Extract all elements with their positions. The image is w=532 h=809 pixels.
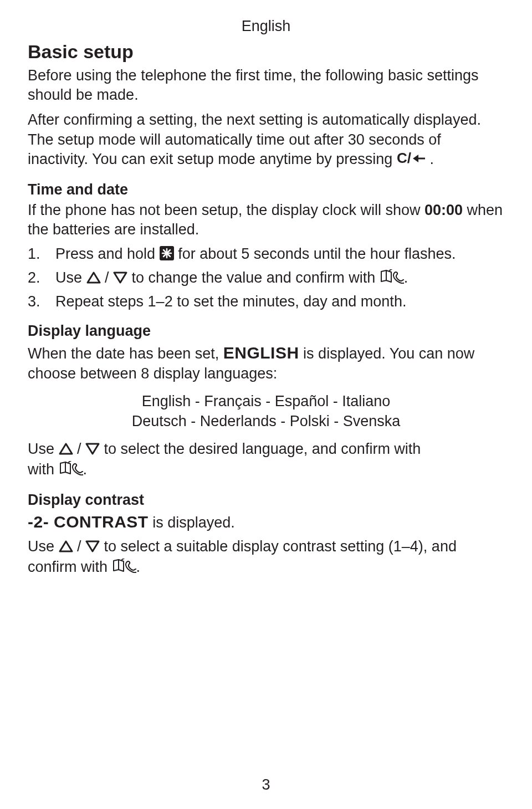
step-number: 1. xyxy=(28,244,50,264)
language-instruction: Use / to select the desired language, an… xyxy=(28,439,504,480)
lang-body-bold: ENGLISH xyxy=(223,344,299,362)
step-2: 2. Use / to change the value and confirm… xyxy=(55,268,504,289)
languages-line-1: English - Français - Español - Italiano xyxy=(28,391,504,411)
cancel-back-icon: C/ xyxy=(397,151,426,170)
section-heading-time: Time and date xyxy=(28,180,504,199)
intro-paragraph-1: Before using the telephone the first tim… xyxy=(28,66,504,105)
svg-text:C/: C/ xyxy=(397,152,411,165)
language-body: When the date has been set, ENGLISH is d… xyxy=(28,342,504,383)
time-body: If the phone has not been setup, the dis… xyxy=(28,201,504,239)
lang-instr-with: with xyxy=(28,461,59,478)
time-body-time: 00:00 xyxy=(424,202,463,218)
up-arrow-icon xyxy=(59,538,73,557)
svg-marker-14 xyxy=(60,541,72,551)
time-body-a: If the phone has not been setup, the dis… xyxy=(28,202,424,218)
lang-instr-a: Use xyxy=(28,441,59,457)
section-heading-language: Display language xyxy=(28,321,504,341)
down-arrow-icon xyxy=(85,441,100,460)
up-arrow-icon xyxy=(59,441,73,460)
step2-text-a: Use xyxy=(55,269,86,286)
up-arrow-icon xyxy=(86,269,101,289)
step2-slash: / xyxy=(101,269,114,286)
lang-instr-c: . xyxy=(83,461,88,478)
step1-text-b: for about 5 seconds until the hour flash… xyxy=(174,245,456,262)
contrast-body: -2- CONTRAST is displayed. xyxy=(28,511,504,532)
step-3: 3. Repeat steps 1–2 to set the minutes, … xyxy=(55,291,504,311)
intro-text-b: . xyxy=(426,151,434,167)
contrast-instr-a: Use xyxy=(28,538,59,555)
page-number: 3 xyxy=(0,775,532,795)
intro-paragraph-2: After confirming a setting, the next set… xyxy=(28,110,504,170)
step2-text-c: . xyxy=(404,269,408,286)
down-arrow-icon xyxy=(113,269,127,289)
step-number: 3. xyxy=(28,291,50,311)
svg-marker-12 xyxy=(86,444,99,454)
svg-marker-9 xyxy=(114,273,126,283)
svg-marker-15 xyxy=(86,541,99,551)
languages-line-2: Deutsch - Nederlands - Polski - Svenska xyxy=(28,411,504,431)
svg-marker-2 xyxy=(413,155,418,162)
time-steps-list: 1. Press and hold for about 5 seconds un… xyxy=(28,244,504,311)
contrast-instruction: Use / to select a suitable display contr… xyxy=(28,537,504,578)
step3-text: Repeat steps 1–2 to set the minutes, day… xyxy=(55,293,406,310)
contrast-instr-slash: / xyxy=(73,538,86,555)
page-title: Basic setup xyxy=(28,39,504,64)
step-1: 1. Press and hold for about 5 seconds un… xyxy=(55,244,504,265)
phonebook-icon xyxy=(112,559,136,578)
step-number: 2. xyxy=(28,268,50,288)
contrast-body-a: is displayed. xyxy=(149,514,235,531)
phonebook-icon xyxy=(59,461,83,480)
down-arrow-icon xyxy=(85,538,100,557)
step2-text-b: to change the value and confirm with xyxy=(127,269,380,286)
step1-text-a: Press and hold xyxy=(55,245,160,262)
page-header-language: English xyxy=(28,17,504,36)
lang-instr-slash: / xyxy=(73,441,86,457)
phonebook-icon xyxy=(380,269,404,289)
languages-list: English - Français - Español - Italiano … xyxy=(28,391,504,432)
svg-marker-8 xyxy=(88,273,100,283)
section-heading-contrast: Display contrast xyxy=(28,490,504,510)
lang-instr-b: to select the desired language, and conf… xyxy=(100,441,421,457)
lang-body-a: When the date has been set, xyxy=(28,345,223,362)
asterisk-key-icon xyxy=(160,245,174,265)
contrast-bold: -2- CONTRAST xyxy=(28,513,149,531)
svg-marker-11 xyxy=(60,444,72,454)
contrast-instr-c: . xyxy=(136,559,141,575)
